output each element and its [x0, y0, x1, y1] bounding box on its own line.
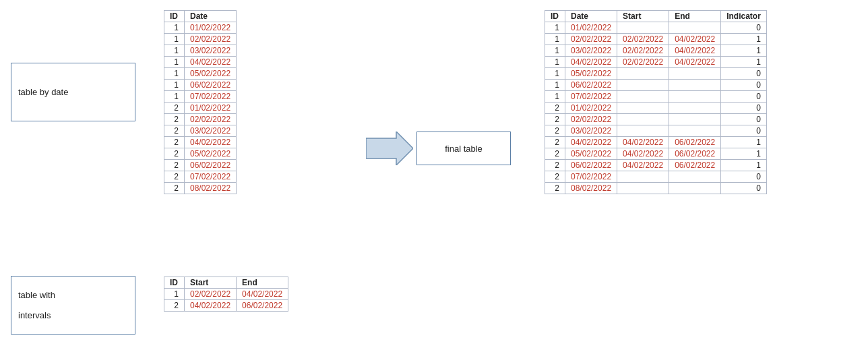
cell-start: 02/02/2022	[617, 45, 669, 57]
table-row: 2 05/02/2022	[164, 148, 237, 160]
cell-date: 05/02/2022	[185, 68, 237, 80]
table-row: 2 01/02/2022 0	[545, 103, 767, 114]
cell-date: 05/02/2022	[565, 68, 617, 80]
cell-end	[669, 68, 721, 80]
cell-date: 04/02/2022	[565, 137, 617, 148]
cell-date: 03/02/2022	[565, 45, 617, 57]
cell-end: 06/02/2022	[669, 160, 721, 171]
cell-id: 2	[164, 114, 185, 125]
cell-date: 02/02/2022	[565, 34, 617, 45]
arrow-icon	[366, 132, 413, 165]
table-row: 2 08/02/2022 0	[545, 183, 767, 194]
cell-id: 2	[545, 160, 565, 171]
svg-marker-0	[366, 132, 413, 165]
col-header-end: End	[237, 277, 288, 289]
table-row: 1 01/02/2022	[164, 22, 237, 34]
col-header-date: Date	[565, 11, 617, 22]
cell-id: 2	[545, 183, 565, 194]
table-row: 1 07/02/2022	[164, 91, 237, 103]
cell-indicator: 1	[721, 160, 767, 171]
arrow-container	[366, 132, 413, 165]
cell-indicator: 0	[721, 171, 767, 183]
page-container: table by date table with intervals final…	[0, 0, 868, 348]
cell-indicator: 1	[721, 57, 767, 68]
cell-id: 2	[545, 148, 565, 160]
cell-date: 03/02/2022	[565, 125, 617, 137]
cell-id: 1	[545, 91, 565, 103]
cell-end	[669, 171, 721, 183]
table-row: 2 01/02/2022	[164, 103, 237, 114]
cell-date: 06/02/2022	[565, 160, 617, 171]
label-final-text: final table	[445, 144, 483, 154]
table-final: ID Date Start End Indicator 1 01/02/2022…	[545, 10, 767, 194]
cell-date: 01/02/2022	[185, 103, 237, 114]
cell-date: 02/02/2022	[565, 114, 617, 125]
col-header-start: Start	[185, 277, 237, 289]
cell-id: 2	[545, 171, 565, 183]
cell-id: 1	[164, 57, 185, 68]
cell-date: 01/02/2022	[565, 103, 617, 114]
cell-indicator: 0	[721, 22, 767, 34]
col-header-date: Date	[185, 11, 237, 22]
cell-end: 06/02/2022	[237, 300, 288, 312]
cell-id: 2	[164, 160, 185, 171]
cell-id: 2	[164, 137, 185, 148]
cell-date: 01/02/2022	[565, 22, 617, 34]
cell-id: 1	[545, 80, 565, 91]
cell-start	[617, 22, 669, 34]
cell-indicator: 0	[721, 125, 767, 137]
cell-id: 1	[164, 68, 185, 80]
cell-end	[669, 114, 721, 125]
cell-date: 02/02/2022	[185, 34, 237, 45]
table-row: 1 05/02/2022 0	[545, 68, 767, 80]
cell-date: 07/02/2022	[565, 91, 617, 103]
cell-date: 07/02/2022	[185, 171, 237, 183]
cell-id: 2	[164, 300, 185, 312]
cell-id: 2	[164, 103, 185, 114]
cell-id: 1	[545, 68, 565, 80]
cell-date: 08/02/2022	[565, 183, 617, 194]
cell-date: 05/02/2022	[185, 148, 237, 160]
cell-start	[617, 103, 669, 114]
cell-date: 04/02/2022	[185, 137, 237, 148]
cell-start	[617, 80, 669, 91]
col-header-id: ID	[545, 11, 565, 22]
cell-id: 2	[545, 125, 565, 137]
col-header-indicator: Indicator	[721, 11, 767, 22]
label-intervals-line2: intervals	[18, 310, 51, 320]
table-row: 2 04/02/2022	[164, 137, 237, 148]
table-row: 1 04/02/2022	[164, 57, 237, 68]
cell-id: 1	[164, 34, 185, 45]
table-row: 1 02/02/2022	[164, 34, 237, 45]
cell-id: 1	[164, 91, 185, 103]
cell-date: 05/02/2022	[565, 148, 617, 160]
table-row: 1 02/02/2022 04/02/2022	[164, 289, 288, 300]
cell-id: 2	[545, 114, 565, 125]
col-header-id: ID	[164, 277, 185, 289]
cell-id: 2	[164, 125, 185, 137]
table-row: 1 04/02/2022 02/02/2022 04/02/2022 1	[545, 57, 767, 68]
table-row: 2 06/02/2022 04/02/2022 06/02/2022 1	[545, 160, 767, 171]
cell-date: 06/02/2022	[185, 80, 237, 91]
table-row: 2 03/02/2022 0	[545, 125, 767, 137]
cell-indicator: 1	[721, 137, 767, 148]
cell-indicator: 1	[721, 34, 767, 45]
table-row: 2 04/02/2022 04/02/2022 06/02/2022 1	[545, 137, 767, 148]
cell-date: 01/02/2022	[185, 22, 237, 34]
table-row: 1 06/02/2022 0	[545, 80, 767, 91]
cell-date: 03/02/2022	[185, 45, 237, 57]
cell-end	[669, 80, 721, 91]
cell-indicator: 0	[721, 103, 767, 114]
cell-end	[669, 22, 721, 34]
table-row: 1 01/02/2022 0	[545, 22, 767, 34]
cell-indicator: 0	[721, 80, 767, 91]
cell-indicator: 0	[721, 114, 767, 125]
label-final: final table	[416, 132, 511, 165]
cell-end: 04/02/2022	[669, 57, 721, 68]
cell-id: 2	[164, 171, 185, 183]
table-row: 1 05/02/2022	[164, 68, 237, 80]
cell-id: 2	[164, 148, 185, 160]
table-row: 2 02/02/2022	[164, 114, 237, 125]
cell-indicator: 0	[721, 183, 767, 194]
table-row: 1 03/02/2022 02/02/2022 04/02/2022 1	[545, 45, 767, 57]
